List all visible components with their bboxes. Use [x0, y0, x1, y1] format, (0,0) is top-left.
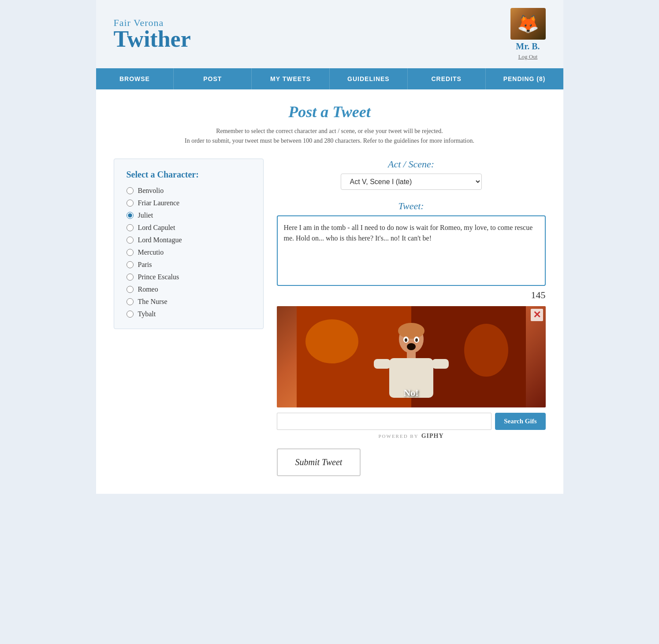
gif-caption: No! — [403, 387, 418, 399]
right-panel: Act / Scene: Act I, Scene I Act I, Scene… — [277, 159, 546, 476]
nav: BROWSE POST MY TWEETS GUIDELINES CREDITS… — [96, 68, 563, 89]
svg-point-14 — [405, 338, 407, 342]
character-label-friar-laurence: Friar Laurence — [138, 199, 180, 207]
list-item[interactable]: Tybalt — [127, 310, 251, 318]
character-label-prince-escalus: Prince Escalus — [138, 273, 179, 281]
search-gifs-button[interactable]: Search Gifs — [495, 413, 545, 430]
fox-icon: 🦊 — [517, 14, 539, 34]
list-item[interactable]: Friar Laurence — [127, 199, 251, 207]
giphy-logo: GIPHY — [421, 433, 444, 440]
character-label-lord-montague: Lord Montague — [138, 236, 182, 244]
submit-area: Submit Tweet — [277, 448, 546, 476]
list-item[interactable]: Benvolio — [127, 187, 251, 195]
header: Fair Verona Twither 🦊 Mr. B. Log Out — [96, 0, 563, 68]
character-label-juliet: Juliet — [138, 211, 153, 219]
svg-rect-9 — [374, 359, 391, 369]
list-item[interactable]: Paris — [127, 261, 251, 269]
instruction-line1: Remember to select the correct character… — [114, 126, 546, 136]
character-radio-juliet[interactable] — [127, 212, 134, 219]
nav-guidelines[interactable]: GUIDELINES — [330, 68, 408, 89]
character-radio-friar-laurence[interactable] — [127, 200, 134, 207]
character-label-lord-capulet: Lord Capulet — [138, 224, 175, 232]
act-scene-select[interactable]: Act I, Scene I Act I, Scene II Act II, S… — [341, 174, 482, 190]
list-item[interactable]: Mercutio — [127, 248, 251, 256]
character-label-mercutio: Mercutio — [138, 248, 164, 256]
nav-credits[interactable]: CREDITS — [408, 68, 486, 89]
character-label-benvolio: Benvolio — [138, 187, 164, 195]
character-label-the-nurse: The Nurse — [138, 298, 168, 306]
char-count: 145 — [277, 289, 546, 301]
gif-search-row: Search Gifs — [277, 413, 546, 430]
page-title: Post a Tweet — [114, 103, 546, 121]
list-item[interactable]: Juliet — [127, 211, 251, 219]
character-radio-the-nurse[interactable] — [127, 298, 134, 305]
logo-twither: Twither — [114, 28, 191, 51]
svg-point-3 — [305, 319, 358, 363]
character-panel-title: Select a Character: — [127, 170, 251, 180]
act-scene-label: Act / Scene: — [277, 159, 546, 170]
character-radio-tybalt[interactable] — [127, 311, 134, 318]
close-icon[interactable]: ✕ — [531, 309, 543, 321]
list-item[interactable]: Romeo — [127, 285, 251, 293]
powered-by-text: POWERED BY — [378, 433, 418, 439]
character-radio-romeo[interactable] — [127, 286, 134, 293]
tweet-textarea[interactable] — [277, 215, 546, 286]
main-content: Post a Tweet Remember to select the corr… — [96, 89, 563, 494]
gif-container: No! ✕ — [277, 306, 546, 407]
submit-tweet-button[interactable]: Submit Tweet — [277, 448, 361, 476]
character-radio-mercutio[interactable] — [127, 249, 134, 256]
character-radio-paris[interactable] — [127, 261, 134, 268]
svg-point-6 — [398, 323, 424, 339]
character-radio-benvolio[interactable] — [127, 187, 134, 194]
logo: Fair Verona Twither — [114, 18, 191, 51]
gif-image: No! — [277, 306, 546, 407]
character-radio-prince-escalus[interactable] — [127, 274, 134, 281]
tweet-label: Tweet: — [277, 200, 546, 212]
instructions: Remember to select the correct character… — [114, 126, 546, 146]
character-label-paris: Paris — [138, 261, 152, 269]
character-radio-lord-capulet[interactable] — [127, 224, 134, 231]
user-area: 🦊 Mr. B. Log Out — [510, 8, 546, 60]
svg-point-15 — [415, 338, 418, 342]
gif-search-input[interactable] — [277, 413, 492, 430]
character-label-tybalt: Tybalt — [138, 310, 156, 318]
nav-browse[interactable]: BROWSE — [96, 68, 174, 89]
nav-pending[interactable]: PENDING (8) — [486, 68, 563, 89]
nav-post[interactable]: POST — [174, 68, 252, 89]
form-layout: Select a Character: Benvolio Friar Laure… — [114, 159, 546, 476]
logout-link[interactable]: Log Out — [518, 53, 538, 60]
svg-point-11 — [407, 343, 416, 350]
character-panel: Select a Character: Benvolio Friar Laure… — [114, 159, 264, 329]
nav-my-tweets[interactable]: MY TWEETS — [252, 68, 330, 89]
avatar: 🦊 — [510, 8, 546, 40]
instruction-line2: In order to submit, your tweet must be b… — [114, 136, 546, 146]
svg-rect-10 — [432, 359, 449, 369]
powered-by: POWERED BY GIPHY — [277, 433, 546, 440]
user-name: Mr. B. — [516, 41, 540, 52]
svg-point-4 — [464, 324, 508, 377]
list-item[interactable]: The Nurse — [127, 298, 251, 306]
list-item[interactable]: Prince Escalus — [127, 273, 251, 281]
character-label-romeo: Romeo — [138, 285, 158, 293]
list-item[interactable]: Lord Montague — [127, 236, 251, 244]
list-item[interactable]: Lord Capulet — [127, 224, 251, 232]
character-radio-lord-montague[interactable] — [127, 237, 134, 244]
character-list: Benvolio Friar Laurence Juliet Lord Capu… — [127, 187, 251, 318]
